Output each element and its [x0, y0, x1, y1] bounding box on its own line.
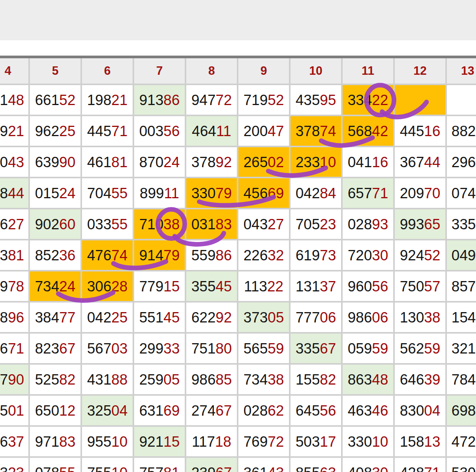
number-cell[interactable]: 44571 — [82, 116, 133, 146]
number-cell[interactable]: 85563 — [291, 458, 341, 472]
number-cell[interactable]: 15813 — [395, 427, 445, 456]
number-cell[interactable]: 73438 — [238, 365, 289, 394]
number-cell[interactable]: 148 — [0, 85, 28, 115]
number-cell[interactable]: 92452 — [395, 240, 445, 270]
number-cell[interactable]: 04225 — [82, 303, 133, 332]
number-cell[interactable]: 86348 — [343, 365, 393, 394]
number-cell[interactable]: 98606 — [343, 303, 393, 332]
number-cell[interactable]: 323 — [0, 458, 28, 472]
number-cell[interactable]: 87024 — [134, 147, 185, 177]
number-cell[interactable]: 76972 — [238, 427, 289, 456]
number-cell[interactable]: 95510 — [82, 427, 133, 456]
number-cell[interactable]: 75057 — [395, 271, 445, 301]
number-cell[interactable]: 11322 — [238, 271, 289, 301]
number-cell[interactable]: 637 — [0, 427, 28, 456]
number-cell[interactable]: 472 — [447, 427, 476, 456]
number-cell[interactable]: 882 — [447, 116, 476, 146]
number-cell[interactable]: 36744 — [395, 147, 445, 177]
number-cell[interactable]: 45669 — [238, 178, 289, 208]
number-cell[interactable]: 44516 — [395, 116, 445, 146]
number-cell[interactable]: 98685 — [186, 365, 237, 394]
number-cell[interactable]: 71038 — [134, 209, 185, 239]
number-cell[interactable]: 62292 — [186, 303, 237, 332]
number-cell[interactable]: 56559 — [238, 334, 289, 363]
number-cell[interactable]: 82367 — [30, 334, 80, 363]
number-cell[interactable]: 77915 — [134, 271, 185, 301]
number-cell[interactable]: 37305 — [238, 303, 289, 332]
number-cell[interactable]: 42871 — [395, 458, 445, 472]
number-cell[interactable]: 03355 — [82, 209, 133, 239]
number-cell[interactable]: 71952 — [238, 85, 289, 115]
number-cell[interactable]: 33079 — [186, 178, 237, 208]
number-cell[interactable]: 30628 — [82, 271, 133, 301]
number-cell[interactable]: 65012 — [30, 396, 80, 425]
number-cell[interactable]: 55145 — [134, 303, 185, 332]
number-cell[interactable]: 43595 — [291, 85, 341, 115]
number-cell[interactable]: 35545 — [186, 271, 237, 301]
number-cell[interactable]: 01524 — [30, 178, 80, 208]
number-cell[interactable]: 02862 — [238, 396, 289, 425]
number-cell[interactable]: 77706 — [291, 303, 341, 332]
number-cell[interactable]: 501 — [0, 396, 28, 425]
number-cell[interactable]: 64556 — [291, 396, 341, 425]
column-header-8[interactable]: 8 — [186, 58, 237, 84]
column-header-6[interactable]: 6 — [82, 58, 133, 84]
number-cell[interactable]: 38477 — [30, 303, 80, 332]
number-cell[interactable]: 73424 — [30, 271, 80, 301]
number-cell[interactable]: 75781 — [134, 458, 185, 472]
column-header-5[interactable]: 5 — [30, 58, 80, 84]
number-cell[interactable]: 074 — [447, 178, 476, 208]
number-cell[interactable]: 56842 — [343, 116, 393, 146]
number-cell[interactable]: 043 — [0, 147, 28, 177]
number-cell[interactable]: 296 — [447, 147, 476, 177]
number-cell[interactable]: 96225 — [30, 116, 80, 146]
number-cell[interactable]: 55986 — [186, 240, 237, 270]
number-cell[interactable]: 32504 — [82, 396, 133, 425]
number-cell[interactable]: 97183 — [30, 427, 80, 456]
number-cell[interactable]: 04116 — [343, 147, 393, 177]
number-cell[interactable]: 02893 — [343, 209, 393, 239]
number-cell[interactable]: 049 — [447, 240, 476, 270]
number-cell[interactable]: 671 — [0, 334, 28, 363]
number-cell[interactable]: 857 — [447, 271, 476, 301]
number-cell[interactable]: 99365 — [395, 209, 445, 239]
number-cell[interactable]: 65771 — [343, 178, 393, 208]
number-cell[interactable]: 03183 — [186, 209, 237, 239]
number-cell[interactable]: 40830 — [343, 458, 393, 472]
number-cell[interactable]: 844 — [0, 178, 28, 208]
number-cell[interactable]: 23310 — [291, 147, 341, 177]
number-cell[interactable]: 75510 — [82, 458, 133, 472]
number-cell[interactable]: 19821 — [82, 85, 133, 115]
number-cell[interactable]: 56259 — [395, 334, 445, 363]
number-cell[interactable]: 91386 — [134, 85, 185, 115]
number-cell[interactable]: 530 — [447, 458, 476, 472]
number-cell[interactable]: 83004 — [395, 396, 445, 425]
number-cell[interactable]: 27467 — [186, 396, 237, 425]
number-cell[interactable]: 154 — [447, 303, 476, 332]
number-cell[interactable]: 20970 — [395, 178, 445, 208]
number-cell[interactable]: 321 — [447, 334, 476, 363]
number-cell[interactable]: 23967 — [186, 458, 237, 472]
number-cell[interactable]: 90260 — [30, 209, 80, 239]
number-cell[interactable]: 63169 — [134, 396, 185, 425]
number-cell[interactable]: 13137 — [291, 271, 341, 301]
number-cell[interactable]: 04327 — [238, 209, 289, 239]
number-cell[interactable]: 33010 — [343, 427, 393, 456]
number-cell[interactable]: 784 — [447, 365, 476, 394]
number-cell[interactable]: 25905 — [134, 365, 185, 394]
number-cell[interactable]: 47674 — [82, 240, 133, 270]
number-cell[interactable] — [447, 85, 476, 115]
number-cell[interactable]: 05959 — [343, 334, 393, 363]
number-cell[interactable]: 56703 — [82, 334, 133, 363]
number-cell[interactable]: 36143 — [238, 458, 289, 472]
number-cell[interactable]: 37892 — [186, 147, 237, 177]
number-cell[interactable]: 61973 — [291, 240, 341, 270]
number-cell[interactable]: 978 — [0, 271, 28, 301]
number-cell[interactable]: 92115 — [134, 427, 185, 456]
number-cell[interactable]: 11718 — [186, 427, 237, 456]
number-cell[interactable]: 896 — [0, 303, 28, 332]
number-cell[interactable]: 627 — [0, 209, 28, 239]
number-cell[interactable]: 07855 — [30, 458, 80, 472]
number-cell[interactable]: 46181 — [82, 147, 133, 177]
column-header-12[interactable]: 12 — [395, 58, 445, 84]
